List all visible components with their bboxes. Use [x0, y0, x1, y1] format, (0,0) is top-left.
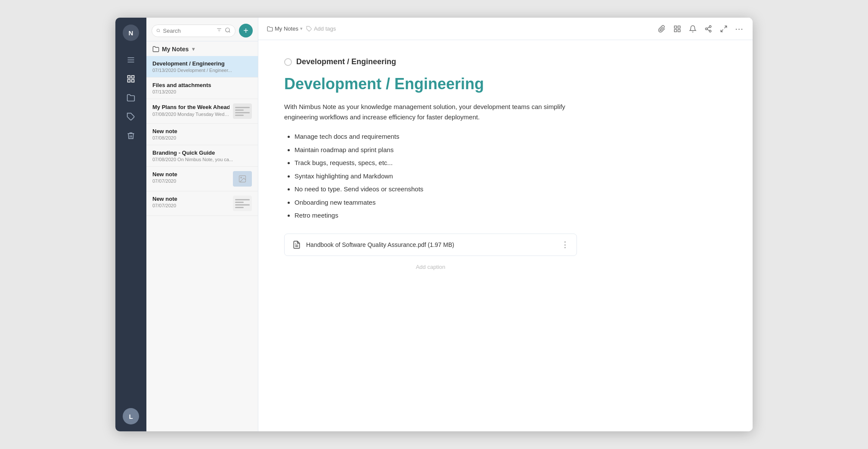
search-magnify-icon[interactable] — [225, 27, 231, 34]
bottom-user-avatar[interactable]: L — [123, 408, 139, 424]
note-title: Files and attachments — [152, 82, 252, 88]
pdf-icon — [292, 240, 301, 249]
folder-header[interactable]: My Notes ▾ — [146, 41, 258, 56]
note-item[interactable]: Branding - Quick Guide 07/08/2020 On Nim… — [146, 145, 258, 167]
note-title: New note — [152, 196, 229, 202]
note-meta: 07/08/2020 On Nimbus Note, you ca... — [152, 157, 252, 162]
folder-nav-icon[interactable] — [122, 89, 140, 106]
trash-icon[interactable] — [122, 127, 140, 144]
list-item: Retro meetings — [294, 211, 727, 221]
note-title: New note — [152, 128, 252, 134]
svg-point-27 — [709, 30, 711, 32]
note-list: Manage tech docs and requirements Mainta… — [284, 132, 727, 221]
status-circle — [284, 58, 292, 66]
note-item[interactable]: Development / Engineering 07/13/2020 Dev… — [146, 56, 258, 78]
search-input[interactable] — [163, 28, 214, 34]
editor-toolbar: My Notes ▾ Add tags — [258, 18, 753, 40]
svg-line-28 — [707, 29, 709, 31]
svg-point-8 — [157, 29, 159, 31]
expand-icon[interactable] — [719, 24, 728, 34]
note-thumbnail — [233, 171, 252, 187]
note-meta: 07/13/2020 — [152, 89, 252, 94]
note-thumbnail — [233, 103, 252, 119]
note-title: Development / Engineering — [152, 60, 252, 67]
folder-icon — [152, 46, 159, 53]
breadcrumb-folder-name: My Notes — [275, 25, 298, 32]
note-title: New note — [152, 171, 229, 178]
tag-icon[interactable] — [122, 108, 140, 125]
svg-line-30 — [725, 26, 727, 28]
list-item: Maintain roadmap and sprint plans — [294, 145, 727, 155]
notes-panel: + My Notes ▾ Development / Engineering 0… — [146, 18, 258, 431]
svg-point-19 — [241, 177, 242, 178]
notes-list: Development / Engineering 07/13/2020 Dev… — [146, 56, 258, 431]
note-item[interactable]: New note 07/08/2020 — [146, 124, 258, 145]
attachment-icon[interactable] — [657, 24, 666, 34]
note-status-row: Development / Engineering — [284, 57, 727, 66]
svg-line-9 — [159, 31, 160, 32]
folder-chevron: ▾ — [192, 46, 195, 52]
user-avatar[interactable]: N — [123, 25, 139, 41]
note-title: Branding - Quick Guide — [152, 150, 252, 156]
breadcrumb-folder-icon — [267, 26, 273, 32]
svg-rect-24 — [678, 29, 680, 31]
svg-rect-23 — [674, 29, 676, 31]
svg-point-13 — [226, 28, 229, 31]
svg-rect-6 — [132, 80, 134, 82]
note-intro: With Nimbus Note as your knowledge manag… — [284, 102, 577, 122]
layout-icon[interactable] — [673, 24, 682, 34]
breadcrumb-chevron: ▾ — [300, 26, 303, 31]
tag-label-icon — [306, 26, 312, 32]
more-options-icon[interactable]: ··· — [735, 24, 744, 34]
notes-panel-header: + — [146, 18, 258, 41]
breadcrumb[interactable]: My Notes ▾ — [267, 25, 303, 32]
folder-name: My Notes — [162, 46, 189, 53]
list-item: Onboarding new teammates — [294, 198, 727, 208]
svg-rect-21 — [674, 26, 676, 28]
add-note-button[interactable]: + — [239, 24, 253, 37]
svg-rect-22 — [678, 26, 680, 28]
list-item: Track bugs, requests, specs, etc... — [294, 158, 727, 168]
editor-content[interactable]: Development / Engineering Development / … — [258, 40, 753, 431]
list-item: No need to type. Send videos or screensh… — [294, 184, 727, 194]
note-meta: 07/07/2020 — [152, 203, 229, 208]
svg-rect-3 — [128, 76, 130, 78]
filter-icon[interactable] — [216, 27, 222, 34]
note-heading: Development / Engineering — [284, 75, 727, 93]
note-title: My Plans for the Week Ahead — [152, 103, 229, 111]
search-bar[interactable] — [152, 25, 236, 37]
grid-icon[interactable] — [122, 70, 140, 87]
add-tags-label: Add tags — [314, 25, 336, 32]
attachment-more-button[interactable]: ⋮ — [561, 240, 569, 249]
attachment-caption[interactable]: Add caption — [284, 260, 577, 274]
svg-line-14 — [229, 31, 230, 32]
note-item[interactable]: My Plans for the Week Ahead 07/08/2020 M… — [146, 99, 258, 124]
left-sidebar: N L — [115, 18, 146, 431]
svg-line-31 — [721, 29, 723, 31]
note-meta: 07/08/2020 Monday Tuesday Wedne... — [152, 112, 229, 117]
list-item: Syntax highlighting and Markdown — [294, 171, 727, 181]
svg-rect-4 — [132, 76, 134, 78]
note-thumbnail — [233, 196, 252, 211]
svg-point-26 — [705, 28, 707, 30]
svg-line-29 — [707, 27, 709, 28]
share-icon[interactable] — [704, 24, 713, 34]
note-meta: 07/13/2020 Development / Engineer... — [152, 68, 252, 73]
main-editor: My Notes ▾ Add tags — [258, 18, 753, 431]
note-meta: 07/07/2020 — [152, 178, 229, 184]
add-tags-button[interactable]: Add tags — [306, 25, 336, 32]
attachment-card[interactable]: Handbook of Software Quality Assurance.p… — [284, 234, 577, 256]
list-item: Manage tech docs and requirements — [294, 132, 727, 142]
page-title: Development / Engineering — [296, 57, 396, 66]
svg-rect-5 — [128, 80, 130, 82]
svg-point-25 — [709, 25, 711, 28]
app-window: N L — [115, 18, 753, 431]
note-item[interactable]: New note 07/07/2020 — [146, 191, 258, 216]
note-item[interactable]: New note 07/07/2020 — [146, 167, 258, 191]
note-item[interactable]: Files and attachments 07/13/2020 — [146, 78, 258, 99]
note-meta: 07/08/2020 — [152, 135, 252, 140]
hamburger-icon[interactable] — [122, 51, 140, 69]
attachment-name: Handbook of Software Quality Assurance.p… — [306, 241, 556, 248]
bell-icon[interactable] — [688, 24, 698, 34]
